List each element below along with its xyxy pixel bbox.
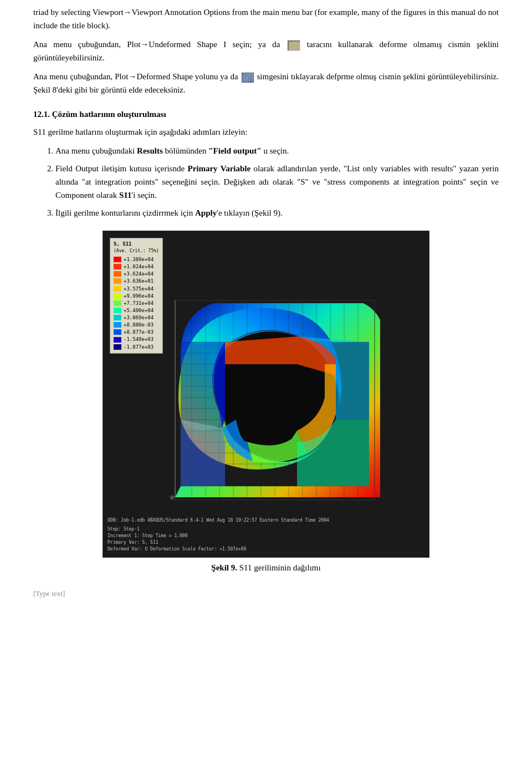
step2-text: Field Output iletişim kutusu içerisnde P… <box>55 164 499 200</box>
step2-bold-primary: Primary Variable <box>187 164 250 173</box>
figure-image: S, S11 (Ave. Crit.: 75%) +1.389e+04 +1.0… <box>103 231 429 558</box>
plot-undeformed-text1: Ana menu çubuğundan, Plot→Undeformed Sha… <box>33 40 287 49</box>
plot-undeformed-paragraph: Ana menu çubuğundan, Plot→Undeformed Sha… <box>33 38 499 64</box>
step-2: Field Output iletişim kutusu içerisnde P… <box>55 162 499 202</box>
step1-text: Ana menu çubuğundaki Results bölümünden … <box>55 146 289 155</box>
figure-caption: Şekil 9. S11 geriliminin dağılımı <box>211 563 320 573</box>
figure-container: S, S11 (Ave. Crit.: 75%) +1.389e+04 +1.0… <box>33 231 499 573</box>
figure-caption-bold: Şekil 9. <box>211 563 237 572</box>
fem-svg: 2 <box>103 231 429 558</box>
deformed-shape-icon <box>242 73 254 83</box>
fem-canvas: S, S11 (Ave. Crit.: 75%) +1.389e+04 +1.0… <box>103 231 429 557</box>
fem-step-line: Step: Step-1 <box>108 526 329 533</box>
page-content: triad by selecting Viewport→Viewport Ann… <box>33 0 499 598</box>
plot-deformed-paragraph: Ana menu çubuğundan, Plot→Deformed Shape… <box>33 70 499 96</box>
figure-caption-text: S11 geriliminin dağılımı <box>239 563 321 572</box>
s11-intro: S11 gerilme hatlarını oluşturmak için aş… <box>33 125 499 139</box>
fem-bottom-info: ODB: Job-1.odb ABAQUS/Standard 6.4-1 Wed… <box>108 517 329 553</box>
fem-increment-line: Increment 1: Step Time = 1.000 <box>108 533 329 539</box>
step2-bold-s11: S11 <box>119 191 132 200</box>
fem-odb-line: ODB: Job-1.odb ABAQUS/Standard 6.4-1 Wed… <box>108 517 329 524</box>
step3-text: İlgili gerilme konturlarını çizdirrmek i… <box>55 208 283 217</box>
step-1: Ana menu çubuğundaki Results bölümünden … <box>55 144 499 157</box>
svg-text:2: 2 <box>171 495 173 501</box>
step3-bold-apply: Apply <box>195 208 217 217</box>
section-heading: 12.1. Çözüm hatlarının oluşturulması <box>33 108 499 121</box>
steps-list: Ana menu çubuğundaki Results bölümünden … <box>55 144 499 220</box>
step-3: İlgili gerilme konturlarını çizdirrmek i… <box>55 206 499 220</box>
plot-deformed-text1: Ana menu çubuğundan, Plot→Deformed Shape… <box>33 72 241 81</box>
intro-paragraph: triad by selecting Viewport→Viewport Ann… <box>33 6 499 32</box>
fem-deformed-var-line: Deformed Var: U Deformation Scale Factor… <box>108 546 329 553</box>
step1-bold-fieldoutput: "Field output" <box>208 146 261 155</box>
footer-text: [Type text] <box>33 589 499 598</box>
fem-primary-var-line: Primary Var: S, S11 <box>108 539 329 546</box>
step1-bold-results: Results <box>137 146 163 155</box>
undeformed-shape-icon <box>288 40 300 50</box>
